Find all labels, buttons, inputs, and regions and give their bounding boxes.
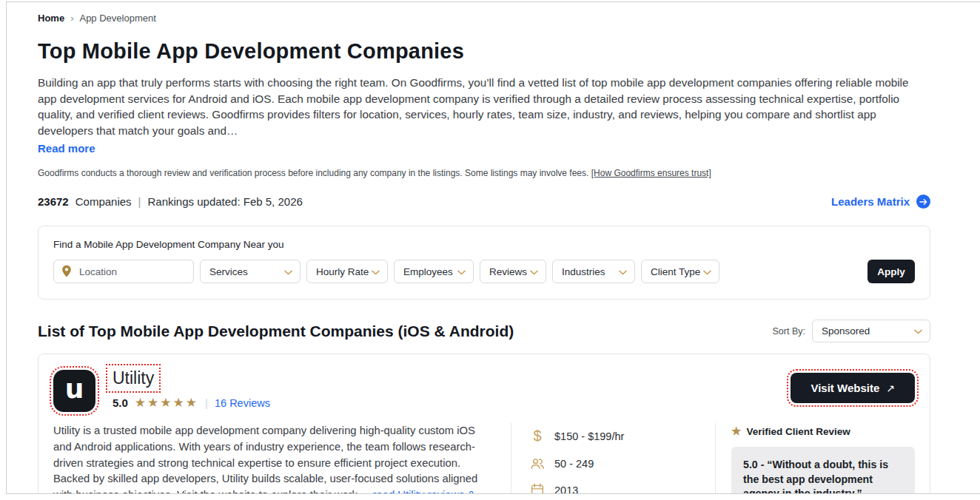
- hourly-rate-dropdown[interactable]: Hourly Rate: [306, 260, 388, 283]
- filter-panel-title: Find a Mobile App Development Company Ne…: [53, 239, 915, 250]
- review-quote: 5.0 - “Without a doubt, this is the best…: [743, 459, 888, 494]
- company-name-link[interactable]: Utility: [110, 368, 157, 389]
- apply-button[interactable]: Apply: [867, 260, 915, 283]
- page-frame: Home › App Development Top Mobile App De…: [6, 1, 980, 494]
- sort-control: Sort By: Sponsored: [773, 320, 930, 342]
- company-head-info: Utility 5.0 ★★★★★ | 16 Reviews: [113, 368, 270, 411]
- hourly-rate-value: $150 - $199/hr: [554, 430, 624, 442]
- rating-row: 5.0 ★★★★★ | 16 Reviews: [113, 395, 270, 411]
- breadcrumb-current: App Development: [79, 13, 155, 24]
- filter-row: Services Hourly Rate Employees Reviews I…: [53, 260, 915, 283]
- reviews-dropdown[interactable]: Reviews: [480, 260, 546, 283]
- disclaimer-text: Goodfirms conducts a thorough review and…: [38, 168, 588, 178]
- location-field: [53, 260, 194, 283]
- verified-review-column: ★ Verified Client Review 5.0 - “Without …: [715, 423, 915, 494]
- client-type-dropdown[interactable]: Client Type: [641, 260, 719, 283]
- companies-count: 23672: [38, 195, 69, 208]
- visit-website-label: Visit Website: [810, 382, 879, 394]
- employees-dropdown[interactable]: Employees: [394, 260, 474, 283]
- reviews-count-link[interactable]: 16 Reviews: [215, 397, 270, 409]
- read-more-link[interactable]: Read more: [38, 142, 95, 155]
- external-link-arrow-icon: ↗: [886, 382, 895, 394]
- location-pin-icon: [61, 265, 72, 280]
- rating-separator: |: [205, 396, 208, 409]
- reviews-dropdown-label: Reviews: [489, 266, 527, 277]
- page-content: Home › App Development Top Mobile App De…: [7, 2, 980, 494]
- company-card: u Utility 5.0 ★★★★★ | 16 Reviews Visit W…: [38, 354, 930, 494]
- team-size-value: 50 - 249: [554, 458, 594, 470]
- visit-website-button[interactable]: Visit Website ↗: [791, 373, 915, 403]
- hourly-rate-dropdown-label: Hourly Rate: [316, 266, 369, 277]
- sort-dropdown[interactable]: Sponsored: [812, 320, 930, 342]
- industries-dropdown-label: Industries: [562, 266, 605, 277]
- companies-count-row: 23672 Companies | Rankings updated: Feb …: [38, 195, 303, 208]
- leaders-matrix-link[interactable]: Leaders Matrix: [831, 195, 930, 209]
- leaders-matrix-label: Leaders Matrix: [831, 195, 910, 208]
- client-type-dropdown-label: Client Type: [651, 266, 700, 277]
- breadcrumb-home-link[interactable]: Home: [38, 13, 64, 24]
- sort-by-label: Sort By:: [773, 326, 805, 337]
- page-title: Top Mobile App Development Companies: [38, 39, 930, 64]
- company-logo[interactable]: u: [53, 370, 95, 412]
- list-header: List of Top Mobile App Development Compa…: [38, 320, 930, 342]
- services-dropdown-label: Services: [209, 266, 248, 277]
- founded-year-value: 2013: [554, 484, 578, 494]
- hourly-rate-stat: $ $150 - $199/hr: [530, 428, 715, 445]
- calendar-icon: [530, 483, 545, 494]
- people-icon: [530, 457, 545, 470]
- filter-panel: Find a Mobile App Development Company Ne…: [38, 226, 930, 300]
- sort-dropdown-value: Sponsored: [822, 325, 870, 337]
- page-intro: Building an app that truly performs star…: [38, 75, 930, 138]
- company-description-text: Utility is a trusted mobile app developm…: [53, 425, 477, 494]
- rankings-updated: Rankings updated: Feb 5, 2026: [148, 195, 303, 208]
- chevron-down-icon: [457, 266, 466, 277]
- client-review-box: 5.0 - “Without a doubt, this is the best…: [731, 447, 915, 494]
- star-rating-icons: ★★★★★: [135, 395, 198, 411]
- meta-row: 23672 Companies | Rankings updated: Feb …: [38, 195, 930, 209]
- arrow-right-circle-icon: [916, 195, 930, 209]
- company-card-header: u Utility 5.0 ★★★★★ | 16 Reviews Visit W…: [53, 368, 915, 412]
- team-size-stat: 50 - 249: [530, 457, 715, 470]
- founded-year-stat: 2013: [530, 483, 715, 494]
- trust-link[interactable]: [How Goodfirms ensures trust]: [591, 168, 711, 178]
- verified-review-title: Verified Client Review: [746, 426, 850, 437]
- dollar-icon: $: [530, 428, 545, 445]
- chevron-down-icon: [619, 266, 627, 277]
- services-dropdown[interactable]: Services: [200, 260, 301, 283]
- breadcrumb-separator-icon: ›: [70, 13, 73, 24]
- industries-dropdown[interactable]: Industries: [552, 260, 635, 283]
- chevron-down-icon: [530, 266, 538, 277]
- disclaimer: Goodfirms conducts a thorough review and…: [38, 168, 930, 178]
- verified-star-icon: ★: [731, 425, 741, 438]
- company-card-body: Utility is a trusted mobile app developm…: [53, 423, 915, 494]
- companies-count-label: Companies: [75, 195, 132, 208]
- chevron-down-icon: [703, 266, 711, 277]
- company-description: Utility is a trusted mobile app developm…: [53, 423, 511, 494]
- meta-separator: |: [138, 195, 141, 208]
- employees-dropdown-label: Employees: [403, 266, 453, 277]
- chevron-down-icon: [284, 266, 292, 277]
- chevron-down-icon: [914, 325, 922, 337]
- chevron-down-icon: [372, 266, 380, 277]
- rating-value: 5.0: [113, 396, 128, 409]
- breadcrumb: Home › App Development: [38, 13, 930, 24]
- location-input[interactable]: [53, 260, 194, 283]
- company-stats: $ $150 - $199/hr 50 - 249: [511, 423, 715, 494]
- list-title: List of Top Mobile App Development Compa…: [38, 322, 514, 340]
- verified-review-header: ★ Verified Client Review: [731, 425, 915, 438]
